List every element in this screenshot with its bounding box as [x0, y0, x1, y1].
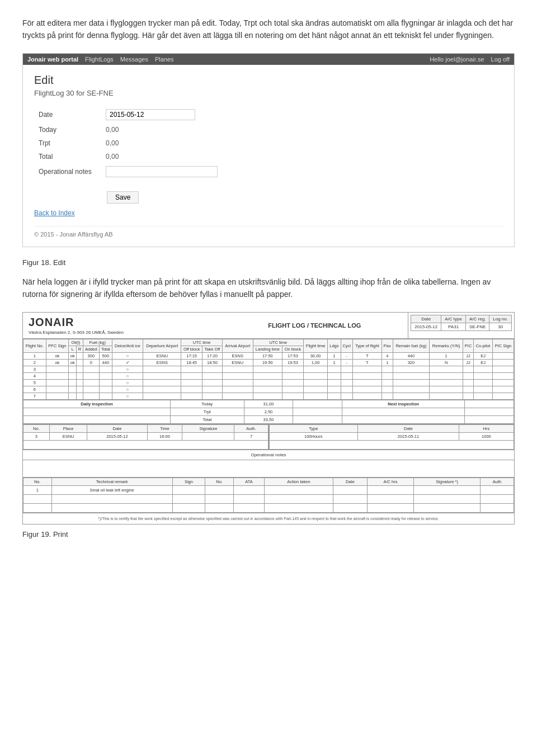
- di-date-header: Date: [87, 424, 147, 432]
- company-address: Västra Esplanaden 2, S-903 26 UMEÅ, Swed…: [29, 330, 215, 335]
- daily-insp-label: Daily inspection: [23, 400, 171, 408]
- today-value: 0,00: [101, 123, 222, 136]
- col-fuel-total: Total: [99, 346, 112, 352]
- di-signature: [182, 432, 234, 440]
- col-off-block: Off block: [181, 346, 202, 352]
- nav-planes[interactable]: Planes: [155, 56, 174, 63]
- ni-date: 2015-05-11: [358, 432, 459, 440]
- tech-ata-header: ATA: [233, 478, 264, 485]
- tech-remark-header: Technical remark: [51, 478, 172, 485]
- col-pax: Pax: [381, 339, 393, 352]
- figure19-caption: Figur 19. Print: [22, 530, 515, 538]
- back-to-index-link[interactable]: Back to Index: [34, 209, 75, 217]
- form-row-op-notes: Operational notes: [34, 163, 222, 180]
- lower-tables: No. Place Date Time Signature Auth. 3 ES…: [23, 424, 514, 450]
- log-header: JONAIR Västra Esplanaden 2, S-903 26 UME…: [23, 313, 514, 339]
- next-insp-table: Type Date Hrs 100Hours 2015-05-11 1000: [269, 424, 515, 450]
- meta-log-no-val: 30: [489, 323, 512, 330]
- di-place: ESNU: [49, 432, 87, 440]
- tech-row: [23, 494, 514, 503]
- col-oil: Oil(l): [69, 339, 83, 346]
- col-deice: Deice/Anti ice: [112, 339, 143, 352]
- mid-paragraph: När hela loggen är i ifylld trycker man …: [22, 276, 515, 301]
- col-ldgs: Ldgs: [328, 339, 341, 352]
- col-flight-time: Flight time: [303, 339, 327, 352]
- col-copilot: Co-pilot: [474, 339, 493, 352]
- ni-type: 100Hours: [269, 432, 358, 440]
- meta-ac-reg-header: A/C reg.: [465, 315, 489, 323]
- col-remain: Remain fuel (kg): [393, 339, 430, 352]
- total-value: 0,00: [101, 150, 222, 163]
- flight-row: 1okok300500○ESNU17:1517:20ESNS17:5017:53…: [23, 352, 514, 359]
- col-landing: Landing time: [253, 346, 282, 352]
- di-place-header: Place: [49, 424, 87, 432]
- today-label: Today: [171, 400, 244, 408]
- tech-achrs-header: A/C hrs: [367, 478, 413, 485]
- col-utc-time2: UTC time: [253, 339, 303, 346]
- trpt-total-value: 2,50: [244, 408, 293, 415]
- log-title-block: FLIGHT LOG / TECHINCAL LOG: [221, 313, 408, 338]
- portal-body: Edit FlightLog 30 for SE-FNE Date Today …: [23, 65, 514, 247]
- date-input[interactable]: [106, 109, 195, 120]
- form-row-date: Date: [34, 106, 222, 123]
- edit-form: Date Today 0,00 Trpt 0,00 Total 0,00 Ope…: [34, 106, 222, 180]
- company-name: JONAIR: [29, 316, 215, 329]
- col-remarks: Remarks (Y/N): [430, 339, 463, 352]
- next-insp-label: Next inspection: [342, 400, 465, 408]
- ni-date-header: Date: [358, 424, 459, 432]
- daily-insp-empty-row: [23, 440, 268, 449]
- ni-hrs: 1000: [459, 432, 514, 440]
- figure18-caption: Figur 18. Edit: [22, 258, 515, 267]
- tech-no-header: No.: [23, 478, 52, 485]
- trpt-value: 0,00: [101, 136, 222, 150]
- portal-logoff[interactable]: Log off: [491, 56, 510, 63]
- meta-log-no-header: Log no.: [489, 315, 512, 323]
- save-button[interactable]: Save: [107, 191, 139, 204]
- label-trpt: Trpt: [34, 136, 101, 150]
- meta-ac-reg-val: SE-FNE: [465, 323, 489, 330]
- log-meta-table: Date A/C type A/C reg. Log no. 2015-05-1…: [411, 315, 512, 331]
- nav-messages[interactable]: Messages: [120, 56, 148, 63]
- col-pfc: PFC Sign: [46, 339, 69, 352]
- log-meta-block: Date A/C type A/C reg. Log no. 2015-05-1…: [408, 313, 514, 338]
- meta-date-header: Date: [411, 315, 441, 323]
- op-notes-input[interactable]: [101, 163, 222, 180]
- di-auth: 7: [234, 432, 268, 440]
- col-arrival: Arrival Airport: [222, 339, 253, 352]
- label-today: Today: [34, 123, 101, 136]
- portal-navbar: Jonair web portal FlightLogs Messages Pl…: [23, 54, 514, 65]
- flight-row: 5○: [23, 379, 514, 386]
- flight-log-print: JONAIR Västra Esplanaden 2, S-903 26 UME…: [22, 312, 515, 525]
- flight-row: 2okok0440✓ESNS18:4518:50ESNU19:5019:531,…: [23, 359, 514, 366]
- tech-table: No. Technical remark Sign No. ATA Action…: [23, 478, 514, 513]
- di-date: 2015-05-12: [87, 432, 147, 440]
- col-fuel: Fuel (kg): [83, 339, 112, 346]
- intro-paragraph: För att editera mer data i flygloggen tr…: [22, 17, 515, 42]
- tech-action-header: Action taken: [264, 478, 333, 485]
- di-no-header: No.: [23, 424, 50, 432]
- nav-flightlogs[interactable]: FlightLogs: [85, 56, 114, 63]
- flight-data-table: Flight No. PFC Sign Oil(l) Fuel (kg) Dei…: [23, 339, 514, 400]
- flight-row: 4○: [23, 372, 514, 379]
- col-utc-time: UTC time: [181, 339, 223, 346]
- ni-type-header: Type: [269, 424, 358, 432]
- meta-ac-type-val: PA31: [441, 323, 466, 330]
- portal-screenshot: Jonair web portal FlightLogs Messages Pl…: [22, 53, 515, 247]
- col-oil-l: L: [69, 346, 77, 352]
- portal-edit-subtitle: FlightLog 30 for SE-FNE: [34, 89, 503, 97]
- col-oil-r: R: [77, 346, 83, 352]
- tech-sign-header: Sign: [172, 478, 205, 485]
- next-inspection: Type Date Hrs 100Hours 2015-05-11 1000: [269, 424, 515, 450]
- meta-ac-type-header: A/C type: [441, 315, 466, 323]
- portal-nav-right: Hello joel@jonair.se Log off: [430, 56, 510, 63]
- tech-row: 1Smal oil leak left engine: [23, 485, 514, 494]
- col-cycl: Cycl: [341, 339, 352, 352]
- form-row-total: Total 0,00: [34, 150, 222, 163]
- col-fuel-added: Added: [83, 346, 99, 352]
- op-notes-field[interactable]: [106, 166, 218, 177]
- op-notes-section: Operational notes: [23, 450, 514, 460]
- meta-date-val: 2015-05-12: [411, 323, 441, 330]
- col-pic: PIC: [463, 339, 474, 352]
- input-date[interactable]: [101, 106, 222, 123]
- daily-inspection: No. Place Date Time Signature Auth. 3 ES…: [23, 424, 269, 450]
